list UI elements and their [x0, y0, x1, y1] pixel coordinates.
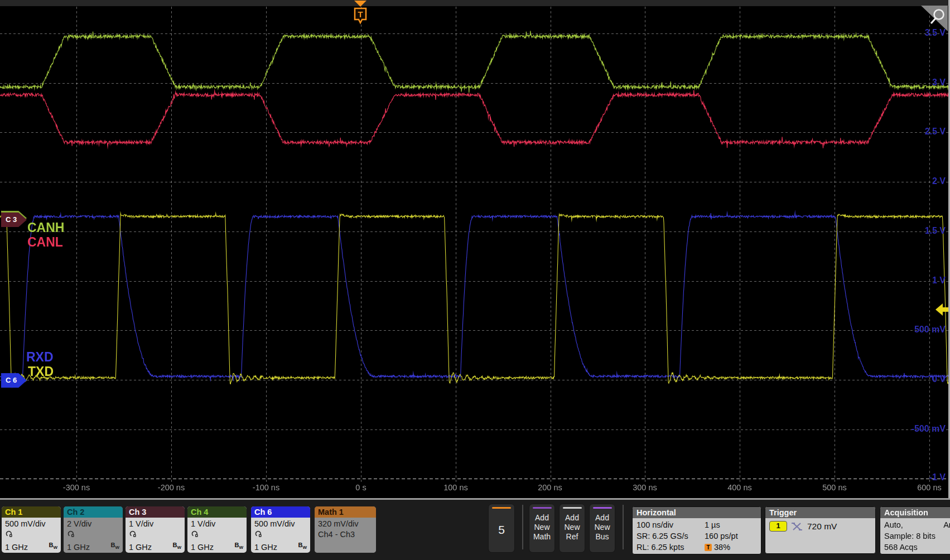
channel-scale: 1 V/div [191, 519, 243, 529]
bottom-toolbar: Ch 1 500 mV/div 1 GHz BW Ch 2 2 V/div [0, 500, 950, 560]
time-tick: 200 ns [525, 483, 575, 492]
acquisition-sample: Sample: 8 bits [884, 530, 950, 542]
trigger-triangle-icon [354, 1, 367, 7]
oscilloscope-screen: T C 3 C 6 CANH CANL RXD TXD 3.5 V 3 V 2.… [0, 0, 950, 560]
time-tick: 600 ns [904, 483, 950, 492]
bandwidth-limit-badge: BW [49, 540, 57, 553]
math-expression: Ch4 - Ch3 [318, 529, 373, 540]
math-color-line [533, 507, 552, 509]
probe-icon [254, 529, 262, 540]
time-tick: 0 s [336, 483, 386, 492]
trigger-position-percent: 38% [714, 542, 730, 553]
bandwidth-limit-badge: BW [172, 540, 181, 553]
math-card[interactable]: Math 1 320 mV/div Ch4 - Ch3 [315, 506, 376, 553]
bandwidth-limit-badge: BW [110, 540, 119, 553]
sample-rate: SR: 6.25 GS/s [636, 530, 705, 542]
acquisition-mode2: Ana [943, 519, 950, 530]
time-tick: 500 ns [809, 483, 860, 492]
channel-card-ch3[interactable]: Ch 3 1 V/div 1 GHz BW [126, 506, 185, 553]
trigger-source-badge: 1 [769, 521, 787, 532]
toolbar-separator [522, 505, 523, 549]
channel-card-ch2[interactable]: Ch 2 2 V/div 1 GHz BW [64, 506, 123, 553]
volt-tick: 1 V [873, 276, 946, 286]
volt-tick: 500 mV [873, 325, 946, 335]
acquisition-title: Acquisition [880, 507, 950, 518]
channel-bandwidth: 1 GHz [67, 542, 90, 553]
horizontal-panel[interactable]: Horizontal 100 ns/div 1 µs SR: 6.25 GS/s… [632, 506, 761, 554]
sample-resolution: 160 ps/pt [705, 530, 738, 542]
horizontal-scale: 100 ns/div [636, 519, 705, 530]
trace-label-txd: TXD [28, 365, 54, 378]
time-tick: 400 ns [715, 483, 765, 492]
time-tick: 100 ns [431, 483, 481, 492]
volt-tick: -500 mV [873, 424, 946, 434]
record-length: RL: 6.25 kpts [636, 542, 705, 553]
trigger-panel[interactable]: Trigger 1 720 mV [765, 506, 876, 554]
time-tick: -200 ns [146, 483, 196, 492]
horizontal-window: 1 µs [705, 519, 720, 530]
time-tick: -100 ns [241, 483, 291, 492]
channel-name: Ch 3 [126, 506, 185, 518]
acquisition-panel[interactable]: Acquisition Auto, Ana Sample: 8 bits 568… [880, 506, 950, 554]
channel-card-ch1[interactable]: Ch 1 500 mV/div 1 GHz BW [2, 506, 61, 553]
volt-tick: 0 V [873, 374, 946, 384]
add-new-math-button[interactable]: Add New Math [529, 504, 555, 553]
trace-label-canl: CANL [27, 235, 63, 249]
time-tick: -300 ns [51, 483, 102, 492]
trace-label-canh: CANH [27, 221, 64, 234]
channel-scale: 500 mV/div [5, 519, 57, 529]
math-name: Math 1 [315, 506, 376, 518]
volt-tick: 3.5 V [873, 28, 946, 38]
waveform-count: 5 [489, 523, 514, 537]
channel-bandwidth: 1 GHz [5, 542, 28, 553]
channel-scale: 500 mV/div [254, 519, 307, 529]
toolbar-separator [623, 505, 624, 549]
channel-bandwidth: 1 GHz [191, 542, 214, 553]
acquisition-mode: Auto, [884, 519, 903, 530]
channel-bandwidth: 1 GHz [129, 542, 152, 553]
bandwidth-limit-badge: BW [234, 540, 243, 553]
probe-icon [129, 529, 137, 540]
edge-trigger-icon [792, 522, 803, 531]
channel-bandwidth: 1 GHz [254, 542, 277, 553]
channel-name: Ch 6 [251, 506, 310, 518]
trigger-level: 720 mV [807, 522, 837, 532]
math-scale: 320 mV/div [318, 519, 373, 529]
time-tick: 300 ns [620, 483, 670, 492]
trigger-position-flag[interactable]: T [351, 0, 369, 28]
orange-tab-line [492, 507, 511, 509]
probe-icon [67, 529, 75, 540]
acquisition-count: 568 Acqs [884, 542, 950, 553]
trace-label-rxd: RXD [26, 350, 54, 364]
waveform-count-button[interactable]: 5 [488, 504, 515, 553]
waveform-display[interactable] [0, 0, 950, 498]
volt-tick: 2 V [873, 176, 946, 186]
channel-name: Ch 4 [187, 506, 247, 518]
probe-icon [191, 529, 199, 540]
horizontal-title: Horizontal [633, 507, 761, 518]
bus-color-line [593, 507, 612, 509]
volt-tick: -1 V [873, 472, 946, 482]
channel-name: Ch 1 [2, 506, 61, 518]
add-new-bus-button[interactable]: Add New Bus [589, 504, 615, 553]
trigger-title: Trigger [765, 507, 875, 518]
channel-name: Ch 2 [64, 506, 123, 518]
channel-scale: 1 V/div [129, 519, 181, 529]
probe-icon [5, 529, 13, 540]
volt-tick: 2.5 V [873, 127, 946, 137]
bandwidth-limit-badge: BW [298, 540, 307, 553]
volt-tick: 3 V [873, 78, 946, 88]
channel-card-ch4[interactable]: Ch 4 1 V/div 1 GHz BW [187, 506, 247, 553]
channel-card-ch6[interactable]: Ch 6 500 mV/div 1 GHz BW [251, 506, 310, 553]
trigger-position-icon: T [705, 544, 712, 551]
channel-scale: 2 V/div [67, 519, 119, 529]
add-new-ref-button[interactable]: Add New Ref [559, 504, 585, 553]
trigger-flag-letter: T [358, 9, 363, 19]
volt-tick: 1.5 V [873, 226, 946, 236]
ref-color-line [563, 507, 582, 509]
